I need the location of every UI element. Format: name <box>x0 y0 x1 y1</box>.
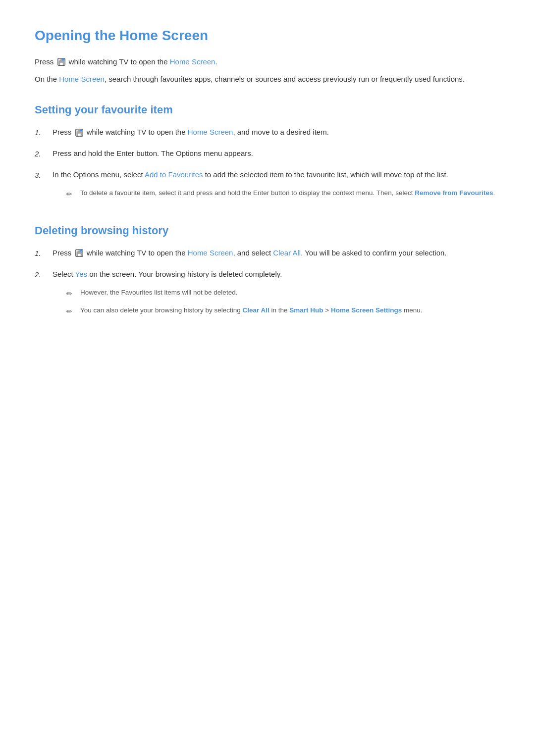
svg-rect-2 <box>60 63 62 65</box>
main-title: Opening the Home Screen <box>35 25 500 47</box>
list-content: In the Options menu, select Add to Favou… <box>53 169 500 205</box>
svg-text:⌂: ⌂ <box>80 129 82 132</box>
list-item: 1. Press ⌂ while watching TV to open the… <box>35 126 500 139</box>
intro-paragraph-1: Press ⌂ while watching TV to open the Ho… <box>35 56 500 68</box>
pencil-icon: ✏ <box>66 289 76 300</box>
pencil-icon: ✏ <box>66 306 76 317</box>
note-block-2: ✏ However, the Favourites list items wil… <box>53 288 500 317</box>
section2-list: 1. Press ⌂ while watching TV to open the… <box>35 247 500 323</box>
list-number: 2. <box>35 148 53 160</box>
home-screen-link-4[interactable]: Home Screen <box>188 249 233 257</box>
note-text-2: You can also delete your browsing histor… <box>80 305 423 316</box>
remove-from-favourites-link[interactable]: Remove from Favourites <box>415 189 493 197</box>
home-icon-3: ⌂ <box>75 249 84 257</box>
list-content: Press ⌂ while watching TV to open the Ho… <box>53 247 500 259</box>
smart-hub-link[interactable]: Smart Hub <box>289 306 323 314</box>
list-content: Press ⌂ while watching TV to open the Ho… <box>53 126 500 139</box>
note-item: ✏ To delete a favourite item, select it … <box>66 188 500 200</box>
home-screen-settings-link[interactable]: Home Screen Settings <box>331 306 402 314</box>
svg-rect-12 <box>78 254 80 256</box>
section1-list: 1. Press ⌂ while watching TV to open the… <box>35 126 500 205</box>
list-item: 3. In the Options menu, select Add to Fa… <box>35 169 500 205</box>
home-icon-1: ⌂ <box>57 57 66 66</box>
list-number: 3. <box>35 169 53 181</box>
list-content: Press and hold the Enter button. The Opt… <box>53 148 500 160</box>
svg-text:⌂: ⌂ <box>62 59 64 61</box>
list-number: 2. <box>35 268 53 281</box>
home-screen-link-3[interactable]: Home Screen <box>188 128 233 136</box>
section1-title: Setting your favourite item <box>35 101 500 118</box>
list-number: 1. <box>35 247 53 259</box>
home-screen-link-1[interactable]: Home Screen <box>170 57 215 66</box>
note-item: ✏ However, the Favourites list items wil… <box>66 288 500 300</box>
yes-link[interactable]: Yes <box>75 270 87 278</box>
clear-all-link-1[interactable]: Clear All <box>273 249 301 257</box>
section-deleting-history: Deleting browsing history 1. Press ⌂ whi <box>35 222 500 323</box>
home-screen-link-2[interactable]: Home Screen <box>59 75 105 83</box>
section2-title: Deleting browsing history <box>35 222 500 239</box>
list-item: 2. Press and hold the Enter button. The … <box>35 148 500 160</box>
note-text-1: However, the Favourites list items will … <box>80 288 237 298</box>
svg-text:⌂: ⌂ <box>80 250 82 252</box>
list-item: 1. Press ⌂ while watching TV to open the… <box>35 247 500 259</box>
intro-paragraph-2: On the Home Screen, search through favou… <box>35 73 500 86</box>
list-item: 2. Select Yes on the screen. Your browsi… <box>35 268 500 323</box>
home-icon-2: ⌂ <box>75 128 84 137</box>
add-to-favourites-link[interactable]: Add to Favourites <box>145 170 203 179</box>
note-text: To delete a favourite item, select it an… <box>80 188 495 199</box>
list-content: Select Yes on the screen. Your browsing … <box>53 268 500 323</box>
section-setting-favourite: Setting your favourite item 1. Press ⌂ w <box>35 101 500 206</box>
list-number: 1. <box>35 126 53 139</box>
clear-all-link-2[interactable]: Clear All <box>242 306 269 314</box>
pencil-icon: ✏ <box>66 189 76 200</box>
note-item: ✏ You can also delete your browsing hist… <box>66 305 500 317</box>
svg-rect-7 <box>78 133 80 136</box>
note-block-1: ✏ To delete a favourite item, select it … <box>53 188 500 200</box>
